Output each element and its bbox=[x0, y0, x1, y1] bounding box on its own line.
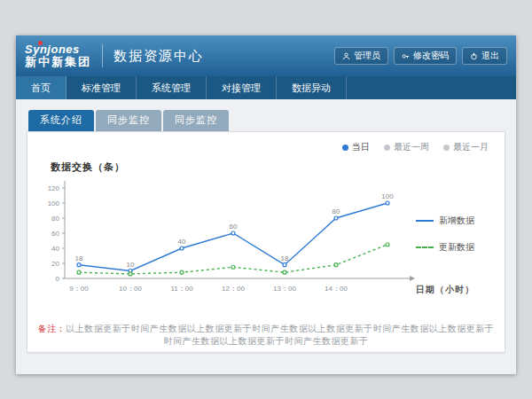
svg-text:11：00: 11：00 bbox=[170, 285, 193, 293]
header-divider bbox=[102, 44, 103, 67]
radio-dot-icon bbox=[443, 145, 450, 151]
chart-row: 0204060801001209：0010：0011：0012：0013：001… bbox=[35, 176, 497, 300]
svg-text:60: 60 bbox=[51, 230, 59, 238]
logo-en-text: Synjones bbox=[25, 43, 91, 56]
svg-text:40: 40 bbox=[178, 238, 186, 246]
change-password-label: 修改密码 bbox=[413, 50, 449, 62]
logout-button[interactable]: 退出 bbox=[462, 47, 507, 65]
content-area: 系统介绍 同步监控 同步监控 当日最近一周最近一月 数据交换（条） 020406… bbox=[16, 99, 516, 353]
line-chart: 0204060801001209：0010：0011：0012：0013：001… bbox=[35, 176, 416, 300]
svg-text:13：00: 13：00 bbox=[273, 285, 296, 293]
svg-text:20: 20 bbox=[51, 260, 59, 268]
series-legend-label: 新增数据 bbox=[439, 215, 474, 227]
footnote-prefix: 备注： bbox=[38, 324, 66, 333]
current-user-button[interactable]: 管理员 bbox=[334, 47, 388, 65]
x-axis-title: 日期（小时） bbox=[416, 284, 497, 296]
period-option-0[interactable]: 当日 bbox=[342, 141, 370, 153]
app-header: Synjones 新中新集团 数据资源中心 管理员 修改密码 bbox=[16, 35, 516, 76]
nav-item-system-mgmt[interactable]: 系统管理 bbox=[137, 76, 207, 99]
period-filter-legend: 当日最近一周最近一月 bbox=[342, 141, 489, 153]
main-nav: 首页 标准管理 系统管理 对接管理 数据异动 bbox=[16, 76, 516, 99]
company-logo: Synjones 新中新集团 bbox=[25, 43, 91, 69]
header-actions: 管理员 修改密码 退出 bbox=[334, 47, 507, 65]
svg-text:12：00: 12：00 bbox=[222, 285, 245, 293]
app-window: Synjones 新中新集团 数据资源中心 管理员 修改密码 bbox=[16, 35, 516, 374]
series-legend: 新增数据更新数据日期（小时） bbox=[416, 176, 497, 300]
footnote-text: 以上数据更新于时间产生数据以上数据更新于时间产生数据以上数据更新于时间产生数据以… bbox=[66, 324, 494, 346]
series-line-sample-icon bbox=[416, 246, 434, 248]
series-legend-item-1[interactable]: 更新数据 bbox=[416, 241, 497, 254]
tab-sync-monitor-2[interactable]: 同步监控 bbox=[163, 110, 229, 131]
series-legend-item-0[interactable]: 新增数据 bbox=[416, 215, 497, 227]
power-icon bbox=[470, 52, 478, 60]
svg-text:120: 120 bbox=[48, 184, 60, 192]
svg-text:100: 100 bbox=[381, 192, 394, 200]
radio-dot-icon bbox=[342, 145, 348, 151]
change-password-button[interactable]: 修改密码 bbox=[394, 47, 457, 65]
svg-text:9：00: 9：00 bbox=[69, 285, 89, 293]
svg-text:40: 40 bbox=[51, 245, 59, 253]
period-option-label: 最近一周 bbox=[394, 141, 429, 153]
svg-text:80: 80 bbox=[51, 215, 59, 223]
period-option-2[interactable]: 最近一月 bbox=[443, 141, 489, 153]
period-option-label: 最近一月 bbox=[453, 141, 489, 153]
current-user-label: 管理员 bbox=[354, 50, 380, 62]
user-icon bbox=[342, 52, 350, 60]
series-legend-label: 更新数据 bbox=[439, 241, 474, 254]
key-icon bbox=[402, 52, 410, 60]
tab-bar: 系统介绍 同步监控 同步监控 bbox=[27, 110, 505, 131]
series-line-sample-icon bbox=[416, 220, 434, 222]
svg-text:14：00: 14：00 bbox=[325, 285, 348, 293]
tab-system-intro[interactable]: 系统介绍 bbox=[28, 110, 94, 131]
svg-text:18: 18 bbox=[281, 254, 289, 262]
svg-text:10: 10 bbox=[127, 261, 135, 269]
app-title: 数据资源中心 bbox=[113, 48, 204, 65]
tab-sync-monitor-1[interactable]: 同步监控 bbox=[96, 110, 161, 131]
nav-item-data-change[interactable]: 数据异动 bbox=[277, 76, 347, 99]
logo-cn-text: 新中新集团 bbox=[25, 56, 91, 68]
nav-item-standard-mgmt[interactable]: 标准管理 bbox=[66, 76, 137, 99]
radio-dot-icon bbox=[384, 145, 390, 151]
svg-text:18: 18 bbox=[75, 254, 83, 262]
svg-text:10：00: 10：00 bbox=[119, 285, 142, 293]
svg-text:0: 0 bbox=[56, 275, 60, 283]
y-axis-title: 数据交换（条） bbox=[51, 160, 497, 174]
period-option-label: 当日 bbox=[352, 141, 370, 153]
svg-text:80: 80 bbox=[332, 207, 340, 215]
chart-panel: 当日最近一周最近一月 数据交换（条） 0204060801001209：0010… bbox=[27, 131, 505, 353]
svg-text:60: 60 bbox=[230, 223, 238, 231]
nav-item-interface-mgmt[interactable]: 对接管理 bbox=[207, 76, 277, 99]
period-option-1[interactable]: 最近一周 bbox=[384, 141, 429, 153]
desktop-background: { "header": { "logo_en": "Synjones", "lo… bbox=[0, 0, 532, 399]
nav-item-home[interactable]: 首页 bbox=[16, 76, 66, 99]
svg-text:100: 100 bbox=[48, 200, 60, 207]
logout-label: 退出 bbox=[481, 50, 499, 62]
footnote: 备注：以上数据更新于时间产生数据以上数据更新于时间产生数据以上数据更新于时间产生… bbox=[35, 323, 497, 348]
